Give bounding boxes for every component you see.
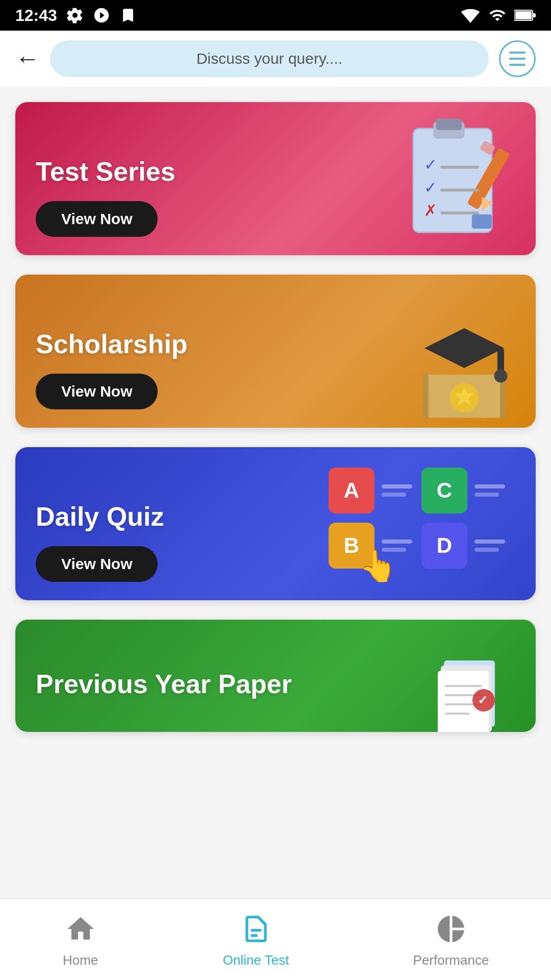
clipboard-icon [119, 7, 137, 24]
test-series-title: Test Series [36, 156, 515, 187]
status-right [460, 7, 536, 24]
menu-button[interactable] [499, 40, 536, 77]
menu-line-1 [509, 52, 525, 54]
header: ← Discuss your query.... [0, 31, 551, 87]
nav-home[interactable]: Home [62, 911, 99, 968]
signal-icon [489, 7, 506, 24]
online-test-nav-label: Online Test [223, 952, 289, 968]
svg-rect-2 [515, 11, 532, 19]
scholarship-card-content: Scholarship View Now [15, 310, 536, 428]
menu-line-3 [509, 64, 525, 66]
search-bar[interactable]: Discuss your query.... [50, 40, 489, 77]
pyp-card: ✓ Previous Year Paper [15, 620, 536, 732]
daily-quiz-card-content: Daily Quiz View Now [15, 483, 536, 600]
online-test-nav-icon [238, 911, 274, 947]
menu-line-2 [509, 58, 525, 60]
pyp-card-content: Previous Year Paper [15, 650, 536, 732]
nav-performance[interactable]: Performance [413, 911, 489, 968]
daily-quiz-card: A C B D [15, 447, 536, 600]
content-area: ✓ ✓ ✗ Test Series View Now [0, 87, 551, 898]
scholarship-title: Scholarship [36, 329, 515, 359]
home-nav-label: Home [63, 952, 98, 968]
daily-quiz-view-btn[interactable]: View Now [36, 546, 158, 582]
wifi-icon [460, 8, 481, 23]
back-button[interactable]: ← [15, 46, 40, 71]
svg-rect-5 [436, 118, 462, 130]
performance-nav-icon [433, 911, 469, 947]
scholarship-card: Scholarship View Now [15, 275, 536, 428]
nav-online-test[interactable]: Online Test [223, 911, 289, 968]
scholarship-view-btn[interactable]: View Now [36, 374, 158, 409]
performance-nav-label: Performance [413, 952, 489, 968]
daily-quiz-title: Daily Quiz [36, 501, 515, 532]
test-series-view-btn[interactable]: View Now [36, 201, 158, 237]
play-icon [93, 7, 110, 24]
test-series-card-content: Test Series View Now [15, 138, 536, 255]
pyp-title: Previous Year Paper [36, 669, 515, 699]
test-series-card: ✓ ✓ ✗ Test Series View Now [15, 102, 536, 255]
svg-rect-1 [533, 13, 536, 17]
home-nav-icon [62, 911, 99, 947]
status-time: 12:43 [15, 6, 57, 25]
status-left: 12:43 [15, 6, 137, 25]
search-placeholder: Discuss your query.... [196, 50, 342, 67]
status-bar: 12:43 [0, 0, 551, 31]
settings-icon [66, 7, 84, 24]
bottom-nav: Home Online Test Performance [0, 898, 551, 980]
battery-icon [514, 9, 536, 22]
